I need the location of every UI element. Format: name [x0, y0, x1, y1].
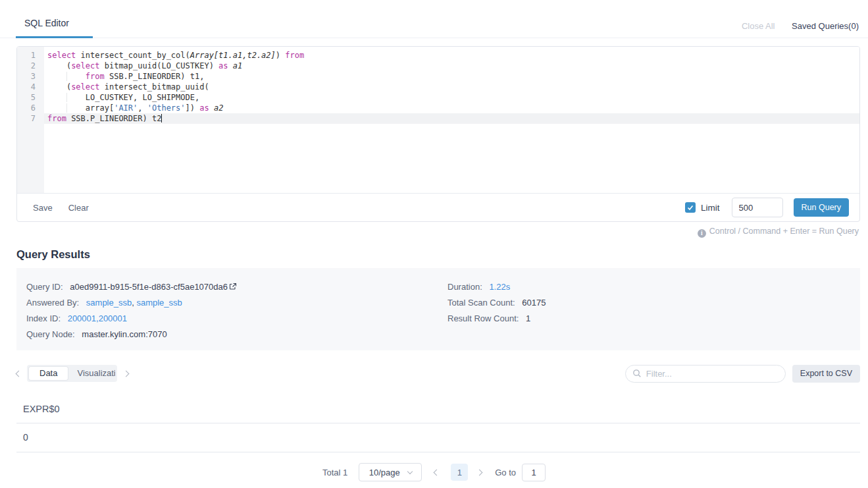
tab-visualization[interactable]: Visualization: [68, 367, 115, 380]
clear-button[interactable]: Clear: [68, 203, 89, 213]
chevron-down-icon: [407, 468, 413, 474]
query-id-row: Query ID: a0ed9911-b915-5f1e-d863-cf5ae1…: [26, 279, 447, 295]
tab-data[interactable]: Data: [29, 367, 68, 380]
external-link-icon[interactable]: [229, 283, 237, 292]
sql-editor-card: 1234567 select intersect_count_by_col(Ar…: [16, 46, 860, 222]
limit-label: Limit: [701, 203, 720, 213]
code-line[interactable]: from SSB.P_LINEORDER) t1,: [44, 71, 859, 82]
code-line[interactable]: (select intersect_bitmap_uuid(: [44, 82, 859, 92]
info-icon: i: [698, 229, 706, 238]
filter-box: [625, 365, 786, 383]
row-count-value: 1: [526, 313, 530, 323]
index-id-label: Index ID:: [26, 313, 61, 323]
pagination-total: Total 1: [322, 468, 347, 477]
text-cursor: [161, 114, 162, 122]
scan-count-value: 60175: [522, 298, 546, 308]
limit-checkbox[interactable]: [685, 202, 696, 213]
duration-label: Duration:: [447, 282, 482, 292]
toolbar-right: Export to CSV: [625, 365, 860, 383]
query-results-panel: Query ID: a0ed9911-b915-5f1e-d863-cf5ae1…: [16, 268, 860, 350]
query-results-title: Query Results: [16, 248, 868, 261]
check-icon: [687, 205, 694, 211]
line-number: 6: [17, 103, 36, 113]
result-table: EXPR$0 0: [16, 396, 860, 452]
row-count-row: Result Row Count: 1: [447, 311, 546, 327]
line-number: 3: [17, 71, 36, 82]
run-controls: Limit Run Query: [685, 198, 849, 217]
answered-by-link[interactable]: sample_ssb: [136, 298, 182, 308]
table-header-exprs0: EXPR$0: [16, 396, 860, 423]
line-number: 2: [17, 61, 36, 71]
index-id-link[interactable]: 200001,200001: [68, 313, 127, 323]
page-number-active[interactable]: 1: [451, 464, 468, 481]
index-id-row: Index ID: 200001,200001: [26, 311, 447, 327]
saved-queries-button[interactable]: Saved Queries(0): [792, 21, 859, 31]
scan-count-label: Total Scan Count:: [447, 298, 515, 308]
top-actions: Close All Saved Queries(0): [742, 21, 859, 31]
code-editor[interactable]: 1234567 select intersect_count_by_col(Ar…: [17, 47, 859, 193]
results-toolbar: Data Visualization Export to CSV: [16, 364, 860, 383]
limit-input[interactable]: [732, 198, 783, 217]
close-all-button[interactable]: Close All: [742, 21, 775, 31]
shortcut-hint-text: Control / Command + Enter = Run Query: [709, 227, 859, 236]
gutter: 1234567: [17, 47, 44, 193]
query-id-value: a0ed9911-b915-5f1e-d863-cf5ae1070da6: [70, 282, 228, 292]
page-size-select[interactable]: 10/page: [359, 463, 422, 481]
row-count-label: Result Row Count:: [447, 313, 519, 323]
query-id-label: Query ID:: [26, 282, 63, 292]
line-number: 4: [17, 82, 36, 92]
table-row: 0: [16, 423, 860, 452]
scan-count-row: Total Scan Count: 60175: [447, 295, 546, 311]
tabs-scroll-right-icon[interactable]: [123, 370, 130, 377]
code-line[interactable]: from SSB.P_LINEORDER) t2: [44, 113, 859, 124]
results-tab-group: Data Visualization: [27, 365, 117, 382]
pagination: Total 1 10/page 1 Go to: [0, 463, 868, 481]
code-lines[interactable]: select intersect_count_by_col(Array[t1.a…: [44, 47, 859, 193]
answered-by-row: Answered By: sample_ssb, sample_ssb: [26, 295, 447, 311]
answered-by-link[interactable]: sample_ssb: [86, 298, 132, 308]
query-node-row: Query Node: master.kylin.com:7070: [26, 327, 447, 342]
line-number: 1: [17, 50, 36, 61]
search-icon: [632, 369, 642, 378]
query-node-label: Query Node:: [26, 329, 75, 339]
results-info-right: Duration: 1.22s Total Scan Count: 60175 …: [447, 279, 546, 342]
save-button[interactable]: Save: [33, 203, 53, 213]
editor-footer: Save Clear Limit Run Query: [17, 193, 859, 221]
query-node-value: master.kylin.com:7070: [82, 329, 166, 339]
code-line[interactable]: LO_CUSTKEY, LO_SHIPMODE,: [44, 92, 859, 103]
duration-value[interactable]: 1.22s: [489, 282, 510, 292]
prev-page-icon[interactable]: [434, 469, 440, 475]
next-page-icon[interactable]: [476, 469, 483, 475]
editor-tab-bar: SQL Editor Close All Saved Queries(0): [0, 0, 868, 38]
tab-sql-editor-label: SQL Editor: [24, 18, 69, 28]
code-line[interactable]: select intersect_count_by_col(Array[t1.a…: [44, 50, 859, 61]
duration-row: Duration: 1.22s: [447, 279, 546, 295]
shortcut-hint: iControl / Command + Enter = Run Query: [0, 227, 859, 238]
tabs-scroll-left-icon[interactable]: [16, 370, 22, 377]
line-number: 5: [17, 92, 36, 103]
run-query-button[interactable]: Run Query: [794, 198, 849, 217]
filter-input[interactable]: [646, 369, 779, 379]
code-line[interactable]: (select bitmap_uuid(LO_CUSTKEY) as a1: [44, 61, 859, 71]
page-size-value: 10/page: [369, 468, 400, 477]
export-csv-button[interactable]: Export to CSV: [792, 365, 860, 383]
goto-page-input[interactable]: [522, 464, 546, 481]
answered-by-label: Answered By:: [26, 298, 79, 308]
results-info-left: Query ID: a0ed9911-b915-5f1e-d863-cf5ae1…: [26, 279, 447, 342]
line-number: 7: [17, 113, 36, 124]
code-line[interactable]: array['AIR', 'Others']) as a2: [44, 103, 859, 113]
goto-label: Go to: [495, 468, 516, 477]
tab-sql-editor[interactable]: SQL Editor: [16, 18, 93, 38]
